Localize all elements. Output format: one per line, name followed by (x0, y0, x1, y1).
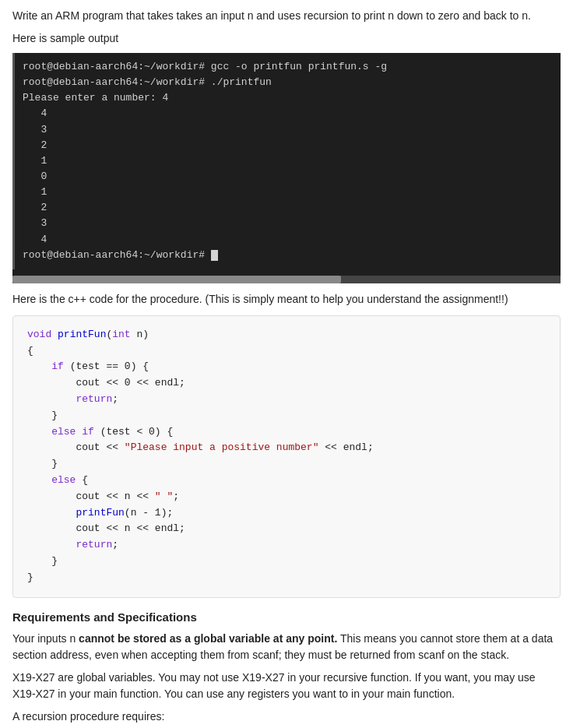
kw-if1: if (51, 360, 64, 372)
code-block: void printFun(int n) { if (test == 0) { … (12, 315, 561, 598)
terminal-scrollbar-thumb[interactable] (12, 276, 341, 283)
terminal-line-2: root@debian-aarch64:~/workdir# ./printfu… (23, 76, 272, 88)
terminal-line-3: Please enter a number: 4 (23, 92, 168, 104)
terminal-block: root@debian-aarch64:~/workdir# gcc -o pr… (12, 53, 561, 283)
requirements-para3: A recursion procedure requires: (12, 709, 561, 725)
terminal-line-4: 4 (23, 107, 47, 119)
terminal-line-1: root@debian-aarch64:~/workdir# gcc -o pr… (23, 61, 387, 72)
sample-output-label: Here is sample output (12, 30, 561, 47)
str-space: " " (155, 491, 173, 502)
str-please: "Please input a positive number" (125, 441, 319, 453)
terminal-line-7: 1 (23, 155, 47, 167)
terminal-output: root@debian-aarch64:~/workdir# gcc -o pr… (12, 53, 561, 269)
terminal-line-6: 2 (23, 139, 47, 151)
terminal-line-8: 0 (23, 171, 47, 182)
req-para1-start: Your inputs n (12, 632, 79, 645)
assignment-description: Write an ARM program that takes takes an… (12, 8, 561, 24)
fn-printfun: printFun (58, 329, 106, 340)
kw-return1: return (76, 393, 112, 405)
kw-void: void (27, 329, 51, 340)
terminal-line-5: 3 (23, 124, 47, 135)
fn-printfun-call: printFun (76, 507, 124, 519)
terminal-line-13: root@debian-aarch64:~/workdir# (23, 249, 218, 261)
kw-else1: else (51, 426, 76, 438)
cpp-code-label: Here is the c++ code for the procedure. … (12, 291, 561, 308)
req-para1-bold: cannot be stored as a global variable at… (79, 632, 337, 645)
terminal-line-9: 1 (23, 186, 47, 198)
requirements-para1: Your inputs n cannot be stored as a glob… (12, 631, 561, 663)
requirements-para2: X19-X27 are global variables. You may no… (12, 670, 561, 702)
requirements-title: Requirements and Specifications (12, 609, 561, 627)
terminal-line-10: 2 (23, 202, 47, 213)
kw-else2: else (51, 474, 76, 486)
kw-int: int (112, 329, 130, 340)
kw-if2: if (82, 426, 94, 438)
terminal-line-12: 4 (23, 234, 47, 245)
terminal-horizontal-scrollbar[interactable] (12, 276, 561, 283)
kw-return2: return (76, 539, 112, 550)
terminal-line-11: 3 (23, 217, 47, 229)
